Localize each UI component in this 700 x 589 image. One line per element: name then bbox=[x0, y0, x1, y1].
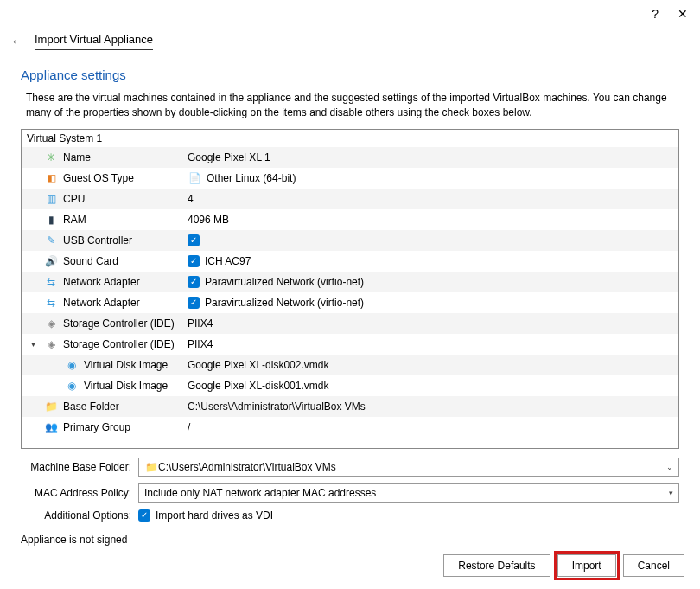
row-value-cell: 📄Other Linux (64-bit) bbox=[188, 171, 678, 185]
row-label-cell: 🔊Sound Card bbox=[44, 254, 188, 268]
base-folder-value: C:\Users\Administrator\VirtualBox VMs bbox=[158, 461, 336, 473]
row-label: Guest OS Type bbox=[63, 172, 134, 184]
row-checkbox[interactable]: ✓ bbox=[188, 234, 200, 246]
additional-options-label: Additional Options: bbox=[21, 509, 138, 522]
base-folder-label: Machine Base Folder: bbox=[21, 461, 138, 473]
mac-policy-value: Include only NAT network adapter MAC add… bbox=[144, 487, 376, 499]
cancel-button[interactable]: Cancel bbox=[623, 554, 684, 577]
row-value-cell: Google Pixel XL-disk001.vmdk bbox=[188, 380, 678, 392]
row-label-cell: ✳Name bbox=[44, 150, 188, 164]
tree-row[interactable]: ◧Guest OS Type📄Other Linux (64-bit) bbox=[22, 168, 678, 189]
import-button[interactable]: Import bbox=[557, 554, 616, 577]
row-icon: ◧ bbox=[44, 171, 58, 185]
row-value-cell: ✓ bbox=[188, 234, 678, 246]
row-value: Paravirtualized Network (virtio-net) bbox=[205, 276, 364, 288]
tree-row[interactable]: ▾◈Storage Controller (IDE)PIIX4 bbox=[22, 334, 678, 355]
row-value: Google Pixel XL-disk002.vmdk bbox=[188, 359, 328, 371]
help-icon[interactable]: ? bbox=[652, 7, 659, 21]
row-icon: ⇆ bbox=[44, 275, 58, 289]
row-value: 4096 MB bbox=[188, 214, 229, 226]
row-icon: ✎ bbox=[44, 234, 58, 247]
tree-row[interactable]: 📁Base FolderC:\Users\Administrator\Virtu… bbox=[22, 396, 678, 417]
row-checkbox[interactable]: ✓ bbox=[188, 297, 200, 309]
row-label: Storage Controller (IDE) bbox=[63, 338, 175, 350]
row-value: Google Pixel XL 1 bbox=[188, 151, 270, 163]
row-value-cell: Google Pixel XL-disk002.vmdk bbox=[188, 359, 678, 371]
mac-policy-dropdown[interactable]: Include only NAT network adapter MAC add… bbox=[138, 483, 679, 503]
chevron-down-icon: ⌄ bbox=[666, 463, 673, 471]
import-vdi-checkbox[interactable]: ✓ bbox=[138, 509, 150, 522]
row-label: Name bbox=[63, 151, 91, 163]
row-value: 4 bbox=[188, 193, 194, 205]
row-label-cell: ◧Guest OS Type bbox=[44, 171, 188, 185]
row-label: Network Adapter bbox=[63, 276, 140, 288]
tree-row[interactable]: ▥CPU4 bbox=[22, 189, 678, 209]
row-checkbox[interactable]: ✓ bbox=[188, 255, 200, 267]
close-icon[interactable]: ✕ bbox=[678, 7, 688, 21]
row-label-cell: ⇆Network Adapter bbox=[44, 296, 188, 310]
row-label-cell: ◉Virtual Disk Image bbox=[44, 379, 188, 393]
row-icon: ▮ bbox=[44, 213, 58, 227]
folder-icon: 📁 bbox=[144, 460, 158, 474]
row-label: Base Folder bbox=[63, 400, 119, 413]
row-icon: ◈ bbox=[44, 337, 58, 351]
row-value-cell: C:\Users\Administrator\VirtualBox VMs bbox=[188, 400, 678, 413]
row-checkbox[interactable]: ✓ bbox=[188, 276, 200, 288]
row-value-cell: ✓Paravirtualized Network (virtio-net) bbox=[188, 276, 678, 288]
tree-row[interactable]: 👥Primary Group/ bbox=[22, 417, 678, 438]
row-label: Primary Group bbox=[63, 421, 130, 433]
row-value-cell: 4096 MB bbox=[188, 214, 678, 226]
row-icon: ◉ bbox=[65, 379, 79, 393]
value-icon: 📄 bbox=[188, 171, 201, 185]
row-label: Storage Controller (IDE) bbox=[63, 317, 175, 330]
tree-row[interactable]: ✎USB Controller✓ bbox=[22, 230, 678, 251]
row-label-cell: ◈Storage Controller (IDE) bbox=[44, 337, 188, 351]
row-label: Sound Card bbox=[63, 255, 118, 267]
row-label: RAM bbox=[63, 214, 86, 226]
row-value: Paravirtualized Network (virtio-net) bbox=[205, 297, 364, 309]
row-label: Virtual Disk Image bbox=[84, 380, 168, 392]
row-label: USB Controller bbox=[63, 234, 132, 246]
row-value: PIIX4 bbox=[188, 317, 213, 330]
row-value-cell: PIIX4 bbox=[188, 338, 678, 350]
row-icon: 🔊 bbox=[44, 254, 58, 268]
restore-defaults-button[interactable]: Restore Defaults bbox=[443, 554, 550, 577]
chevron-down-icon: ▾ bbox=[669, 489, 673, 497]
system-header[interactable]: Virtual System 1 bbox=[22, 130, 678, 147]
row-label-cell: ⇆Network Adapter bbox=[44, 275, 188, 289]
row-icon: ⇆ bbox=[44, 296, 58, 310]
row-label-cell: 📁Base Folder bbox=[44, 400, 188, 413]
row-label: CPU bbox=[63, 193, 85, 205]
tree-row[interactable]: ◉Virtual Disk ImageGoogle Pixel XL-disk0… bbox=[22, 355, 678, 375]
tree-row[interactable]: ⇆Network Adapter✓Paravirtualized Network… bbox=[22, 272, 678, 292]
tree-row[interactable]: ◉Virtual Disk ImageGoogle Pixel XL-disk0… bbox=[22, 375, 678, 396]
row-value: PIIX4 bbox=[188, 338, 213, 350]
tree-row[interactable]: ⇆Network Adapter✓Paravirtualized Network… bbox=[22, 292, 678, 313]
row-value-cell: ✓ICH AC97 bbox=[188, 255, 678, 267]
row-value-cell: PIIX4 bbox=[188, 317, 678, 330]
row-value-cell: Google Pixel XL 1 bbox=[188, 151, 678, 163]
base-folder-dropdown[interactable]: 📁 C:\Users\Administrator\VirtualBox VMs … bbox=[138, 458, 679, 477]
row-label-cell: 👥Primary Group bbox=[44, 420, 188, 434]
back-arrow-icon[interactable]: ← bbox=[10, 34, 24, 49]
signature-status: Appliance is not signed bbox=[0, 532, 700, 547]
row-value: / bbox=[188, 421, 190, 433]
row-icon: ◉ bbox=[65, 358, 79, 372]
settings-tree[interactable]: Virtual System 1 ✳NameGoogle Pixel XL 1◧… bbox=[21, 129, 679, 449]
row-label-cell: ✎USB Controller bbox=[44, 234, 188, 247]
row-icon: ✳ bbox=[44, 150, 58, 164]
row-label-cell: ◉Virtual Disk Image bbox=[44, 358, 188, 372]
tree-row[interactable]: ▮RAM4096 MB bbox=[22, 209, 678, 230]
row-label-cell: ▮RAM bbox=[44, 213, 188, 227]
row-value-cell: ✓Paravirtualized Network (virtio-net) bbox=[188, 297, 678, 309]
tree-row[interactable]: ◈Storage Controller (IDE)PIIX4 bbox=[22, 313, 678, 334]
row-value: Other Linux (64-bit) bbox=[207, 172, 296, 184]
expand-toggle[interactable]: ▾ bbox=[22, 339, 44, 349]
section-description: These are the virtual machines contained… bbox=[0, 91, 700, 129]
row-label: Network Adapter bbox=[63, 297, 140, 309]
section-heading: Appliance settings bbox=[0, 52, 700, 91]
row-value: C:\Users\Administrator\VirtualBox VMs bbox=[188, 400, 366, 413]
tree-row[interactable]: ✳NameGoogle Pixel XL 1 bbox=[22, 147, 678, 168]
row-value-cell: 4 bbox=[188, 193, 678, 205]
tree-row[interactable]: 🔊Sound Card✓ICH AC97 bbox=[22, 251, 678, 272]
